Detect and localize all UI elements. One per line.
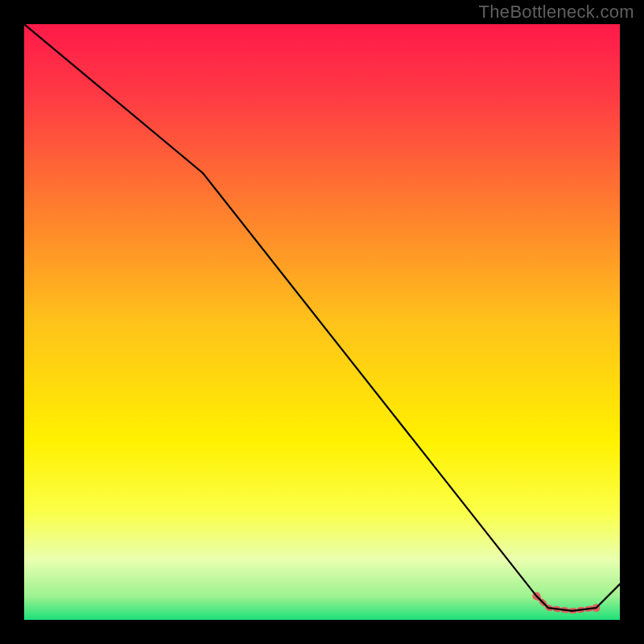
attribution-text: TheBottleneck.com	[479, 2, 634, 23]
bottleneck-chart	[24, 24, 620, 620]
chart-frame: TheBottleneck.com	[0, 0, 644, 644]
plot-area	[24, 24, 620, 620]
gradient-background	[24, 24, 620, 620]
